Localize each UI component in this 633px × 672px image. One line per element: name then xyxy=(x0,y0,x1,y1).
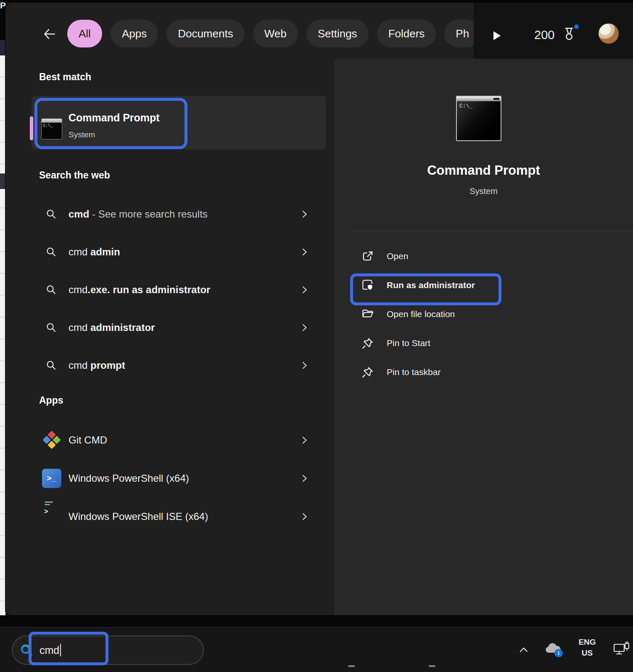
language-line2: US xyxy=(575,648,599,659)
language-indicator[interactable]: ENG US xyxy=(575,637,599,659)
search-input-value[interactable]: cmd xyxy=(40,644,59,656)
action-label: Pin to taskbar xyxy=(387,361,440,383)
apps-section-header: Apps xyxy=(39,395,63,406)
suggestion-text: - See more search results xyxy=(89,208,207,220)
running-indicator-reports-app xyxy=(429,665,435,667)
app-row-powershell[interactable]: >_ Windows PowerShell (x64) xyxy=(32,459,326,497)
web-suggestion-row[interactable]: cmd.exe. run as administrator xyxy=(32,271,326,309)
best-match-subtitle: System xyxy=(69,130,95,139)
tab-all-label: All xyxy=(79,27,91,40)
search-icon xyxy=(45,208,57,220)
play-icon xyxy=(490,29,503,42)
tray-overflow-button[interactable] xyxy=(518,645,529,654)
action-open[interactable]: Open xyxy=(351,245,528,267)
selection-accent-bar xyxy=(30,116,33,140)
query-text: cmd xyxy=(69,322,90,333)
background-window-sliver-dark xyxy=(0,40,5,55)
background-window-sliver xyxy=(0,55,5,615)
search-flyout: All Apps Documents Web Settings Folders … xyxy=(5,3,633,615)
user-avatar[interactable] xyxy=(599,24,619,44)
command-prompt-large-icon: C:\ xyxy=(456,96,501,141)
text-caret xyxy=(60,644,61,656)
tab-documents[interactable]: Documents xyxy=(166,20,245,47)
running-indicator-edge xyxy=(348,665,355,667)
taskbar: cmd M365 xyxy=(0,627,633,672)
app-label: Windows PowerShell ISE (x64) xyxy=(69,511,208,522)
tab-all[interactable]: All xyxy=(67,20,102,47)
tab-web[interactable]: Web xyxy=(253,20,298,47)
tab-documents-label: Documents xyxy=(178,27,233,40)
action-run-as-administrator[interactable]: Run as administrator xyxy=(351,274,528,296)
taskbar-search-box[interactable]: cmd xyxy=(12,635,204,665)
chevron-right-icon[interactable] xyxy=(299,285,309,295)
powershell-icon: >_ xyxy=(42,469,61,488)
best-match-title: Command Prompt xyxy=(69,112,160,124)
rewards-medal-icon xyxy=(560,26,578,44)
action-open-file-location[interactable]: Open file location xyxy=(351,303,528,325)
search-icon xyxy=(45,322,57,333)
tab-photos-label: Ph xyxy=(456,27,469,40)
web-suggestion-row[interactable]: cmd - See more search results xyxy=(32,195,326,233)
app-label: Git CMD xyxy=(69,434,107,446)
tab-apps-label: Apps xyxy=(122,27,147,40)
preview-subtitle: System xyxy=(334,186,633,196)
action-pin-to-start[interactable]: Pin to Start xyxy=(351,332,528,354)
search-icon xyxy=(45,360,57,371)
suggestion-text: admin xyxy=(90,246,120,258)
action-pin-to-taskbar[interactable]: Pin to taskbar xyxy=(351,361,528,383)
chevron-right-icon[interactable] xyxy=(299,209,309,219)
tab-folders[interactable]: Folders xyxy=(377,20,436,47)
pin-icon xyxy=(361,336,375,350)
onedrive-tray-button[interactable]: i xyxy=(543,642,562,657)
network-icon xyxy=(613,641,630,658)
query-text: cmd xyxy=(69,360,90,371)
suggestion-text: prompt xyxy=(90,360,125,371)
network-tray-button[interactable] xyxy=(613,641,630,658)
app-row-git-cmd[interactable]: Git CMD xyxy=(32,421,326,459)
folder-open-icon xyxy=(361,307,375,321)
tab-apps[interactable]: Apps xyxy=(111,20,158,47)
preview-panel: C:\ Command Prompt System Open xyxy=(334,59,633,615)
onedrive-info-badge: i xyxy=(554,649,563,657)
tab-settings[interactable]: Settings xyxy=(306,20,369,47)
tab-photos-clipped[interactable]: Ph xyxy=(444,20,474,47)
rewards-area[interactable]: 200 xyxy=(534,23,578,47)
pin-icon xyxy=(361,365,375,379)
background-window-sliver-patch xyxy=(0,173,5,189)
tab-web-label: Web xyxy=(264,27,287,40)
command-prompt-icon: C:\ xyxy=(41,118,62,139)
suggestion-text: administrator xyxy=(90,322,155,333)
best-match-item-command-prompt[interactable]: C:\ Command Prompt System xyxy=(32,96,326,150)
windows-search-icon xyxy=(19,643,34,658)
preview-title: Command Prompt xyxy=(334,163,633,178)
chevron-right-icon[interactable] xyxy=(299,435,309,445)
query-text: cmd xyxy=(69,284,87,296)
powershell-ise-icon: > xyxy=(42,507,61,526)
chevron-right-icon[interactable] xyxy=(299,360,309,370)
run-admin-shield-icon xyxy=(361,278,375,292)
windows-search-screen: P All Apps Documents Web Settings Folder… xyxy=(0,0,633,672)
suggestion-text: .exe. run as administrator xyxy=(87,284,210,296)
chevron-right-icon[interactable] xyxy=(299,473,309,483)
web-section-header: Search the web xyxy=(39,170,110,181)
app-row-powershell-ise[interactable]: > Windows PowerShell ISE (x64) xyxy=(32,498,326,536)
chevron-right-icon[interactable] xyxy=(299,247,309,257)
chevron-up-icon xyxy=(518,645,529,654)
rewards-points: 200 xyxy=(534,28,554,42)
filter-tabs: All Apps Documents Web Settings Folders … xyxy=(67,19,474,48)
action-label: Pin to Start xyxy=(387,332,430,354)
tab-folders-label: Folders xyxy=(388,27,425,40)
web-suggestion-row[interactable]: cmd administrator xyxy=(32,309,326,346)
chevron-right-icon[interactable] xyxy=(299,323,309,333)
query-text: cmd xyxy=(69,246,90,258)
divider xyxy=(351,231,633,231)
search-icon xyxy=(45,284,57,296)
best-match-header: Best match xyxy=(39,71,91,83)
action-label: Open xyxy=(387,245,408,267)
web-suggestion-row[interactable]: cmd admin xyxy=(32,233,326,271)
git-icon xyxy=(42,430,61,450)
chevron-right-icon[interactable] xyxy=(299,512,309,522)
web-suggestion-row[interactable]: cmd prompt xyxy=(32,346,326,384)
back-button[interactable] xyxy=(41,26,57,42)
tabs-scroll-right-button[interactable] xyxy=(490,29,503,42)
